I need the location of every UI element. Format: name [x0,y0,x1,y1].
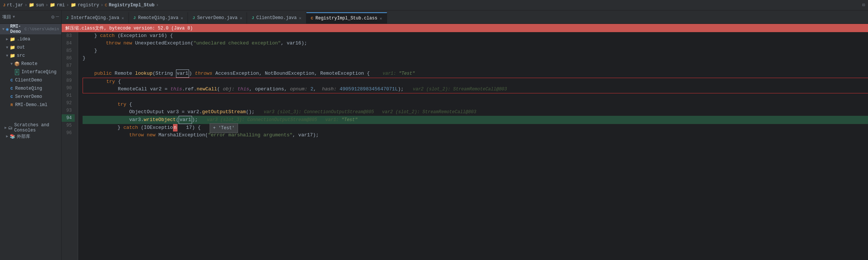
code-editor[interactable]: 83 84 85 86 87 88 89 90 91 92 93 94 95 9… [62,32,868,260]
info-bar: 解压缩.class文件, bytecode version: 52.0 (Jav… [62,24,868,32]
ln-93: 93 [62,107,75,114]
ln-89: 89 [62,77,75,84]
ln-96: 96 [62,129,75,137]
tab-registry[interactable]: C RegistryImpl_Stub.class ✕ [306,12,387,24]
sidebar-item-remote-pkg[interactable]: ▼ 📦 Remote [0,60,61,68]
tab-close-remote[interactable]: ✕ [181,16,183,21]
tab-client[interactable]: J ClientDemo.java ✕ [247,12,306,24]
project-header[interactable]: ▼ ◉ RMI-Demo C:\Users\Admin [0,24,61,34]
scratches-arrow-icon: ► [4,126,7,130]
tab-icon-registry: C [311,16,313,21]
tab-server[interactable]: J ServerDemo.java ✕ [188,12,247,24]
sidebar-item-out[interactable]: ▼ 📁 out [0,43,61,52]
breadcrumb-bar: J rt.jar › 📁 sun › 📁 rmi › 📁 registry › … [0,0,868,10]
project-arrow-icon: ▼ [2,27,4,31]
code-line-92: try { [83,101,868,108]
scratches-label: Scratches and Consoles [14,123,58,133]
gear-icon[interactable]: ⚙ [51,14,54,20]
out-folder-icon: 📁 [10,45,15,50]
tab-close-registry[interactable]: ✕ [380,16,382,21]
sidebar-item-server[interactable]: C ServerDemo [0,93,61,101]
code-line-89: try { [83,78,868,86]
tab-label-registry: RegistryImpl_Stub.class [315,16,377,21]
tab-label-client: ClientDemo.java [256,15,297,21]
external-label: 外部库 [17,133,30,140]
code-line-91 [83,93,868,101]
tab-close-client[interactable]: ✕ [299,16,302,21]
breadcrumb-item-registry[interactable]: registry [78,3,99,8]
remote-arrow-icon: ▼ [10,62,13,66]
ln-84: 84 [62,40,75,47]
ln-88: 88 [62,69,75,77]
idea-arrow-icon: ► [6,37,8,41]
breadcrumb-item-class[interactable]: RegistryImpl_Stub [109,3,154,8]
code-line-86: } [83,55,868,62]
interface-label: InterfaceQing [22,69,57,75]
breadcrumb-icon-registry: 📁 [71,2,76,8]
expand-icon[interactable]: ⊡ [862,2,865,8]
ln-83: 83 [62,32,75,40]
remote-file-label: RemoteQing [15,86,42,91]
breadcrumb-item-jar[interactable]: rt.jar [7,3,23,8]
breadcrumb-icon-sun: 📁 [29,2,34,8]
tab-icon-client: J [251,16,254,20]
out-arrow-icon: ▼ [6,46,8,50]
code-line-84: throw new UnexpectedException("undeclare… [83,40,868,47]
code-lines[interactable]: } catch (Exception var16) { throw new Un… [78,32,868,260]
tooltip: + 'Test' [210,123,238,133]
idea-folder-icon: 📁 [10,37,15,42]
ln-87: 87 [62,62,75,69]
ln-85: 85 [62,47,75,55]
tab-close-server[interactable]: ✕ [240,16,243,21]
server-label: ServerDemo [15,94,42,99]
sidebar-item-client[interactable]: C ClientDemo [0,76,61,84]
code-line-90: RemoteCall var2 = this.ref.newCall( obj:… [83,86,868,93]
src-arrow-icon: ▼ [6,54,8,58]
interface-icon: I [15,69,19,75]
remote-pkg-icon: 📦 [14,61,20,67]
code-line-88: public Remote lookup(String var1) throws… [83,69,868,78]
sidebar: ▼ ◉ RMI-Demo C:\Users\Admin ► 📁 .idea ▼ … [0,24,62,260]
sidebar-item-external[interactable]: ► 📚 外部库 [0,132,61,140]
code-line-87 [83,62,868,69]
breadcrumb-item-sun[interactable]: sun [36,3,44,8]
code-line-83: } catch (Exception var16) { [83,32,868,40]
sidebar-item-iml[interactable]: R RMI-Demo.iml [0,101,61,109]
minimize-icon[interactable]: ─ [56,14,59,20]
ln-92: 92 [62,99,75,107]
external-arrow-icon: ► [6,134,8,139]
code-line-94: var3.writeObject(var1); var3 (slot_3): C… [83,116,868,124]
breadcrumb-icon-jar: J [3,3,6,7]
tab-interface[interactable]: J InterfaceQing.java ✕ [62,12,129,24]
project-label-toolbar: 项目 [2,14,11,20]
tab-close-interface[interactable]: ✕ [121,16,124,21]
client-label: ClientDemo [15,78,42,83]
tab-icon-remote: J [133,16,136,20]
app-container: J rt.jar › 📁 sun › 📁 rmi › 📁 registry › … [0,0,868,260]
sidebar-item-src[interactable]: ▼ 📁 src [0,52,61,60]
out-label: out [17,45,25,50]
project-path: C:\Users\Admin [25,27,59,31]
ln-95: 95 [62,122,75,129]
expand-project-icon[interactable]: ▼ [13,15,15,19]
iml-label: RMI-Demo.iml [15,102,47,108]
tab-remote[interactable]: J RemoteQing.java ✕ [129,12,188,24]
editor-area: 解压缩.class文件, bytecode version: 52.0 (Jav… [62,24,868,260]
breadcrumb-icon-rmi: 📁 [50,2,55,8]
code-line-96: throw new MarshalException("error marsha… [83,131,868,139]
ln-90: 90 [62,84,75,92]
sidebar-item-remote-file[interactable]: C RemoteQing [0,84,61,93]
sidebar-item-scratches[interactable]: ► 🗂 Scratches and Consoles [0,123,61,132]
tab-label-server: ServerDemo.java [197,15,238,21]
breadcrumb-item-rmi[interactable]: rmi [57,3,65,8]
src-label: src [17,53,25,58]
breadcrumb-icon-class: C [105,3,107,7]
sidebar-item-interface[interactable]: I InterfaceQing [0,68,61,76]
info-text: 解压缩.class文件, bytecode version: 52.0 (Jav… [65,25,193,31]
code-line-85: } [83,47,868,55]
client-icon: C [10,78,13,83]
project-icon: ◉ [6,27,9,32]
remote-pkg-label: Remote [21,61,37,66]
sidebar-item-idea[interactable]: ► 📁 .idea [0,35,61,43]
src-folder-icon: 📁 [10,53,15,59]
